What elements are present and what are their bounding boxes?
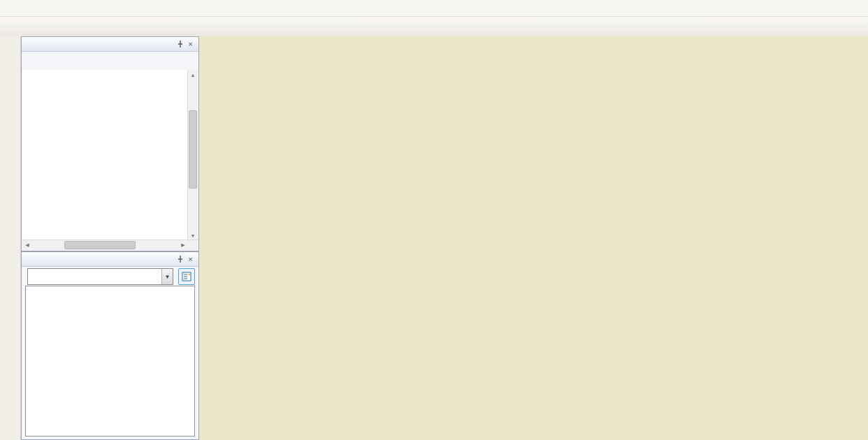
scroll-left-icon[interactable]: ◀ [22, 240, 32, 250]
pin-icon[interactable] [175, 39, 185, 50]
scroll-thumb[interactable] [189, 110, 197, 189]
panel-column: × ▲ ▼ ◀ ▶ × ▼ [21, 36, 199, 440]
na-combo-row: ▼ [22, 267, 198, 286]
map-viewport[interactable] [199, 36, 868, 440]
close-icon[interactable]: × [185, 39, 196, 50]
network-analyst-panel: × ▼ [21, 251, 199, 440]
toc-panel: × ▲ ▼ ◀ ▶ [21, 36, 199, 251]
arcmap-window: { "window": { "menu_items": ["File","Edi… [0, 0, 868, 440]
pin-icon[interactable] [175, 254, 185, 265]
toolbar [0, 17, 868, 36]
chevron-down-icon[interactable]: ▼ [161, 269, 173, 284]
analysis-properties-button[interactable] [178, 268, 195, 285]
analysis-mode-dropdown[interactable]: ▼ [27, 268, 173, 285]
toc-vertical-scrollbar[interactable]: ▲ ▼ [187, 70, 198, 240]
toc-toolbar [22, 52, 198, 71]
scroll-thumb[interactable] [64, 241, 136, 249]
basemap [199, 36, 868, 440]
na-panel-header: × [22, 252, 198, 267]
menu-bar [0, 0, 868, 17]
scroll-right-icon[interactable]: ▶ [178, 240, 188, 250]
na-tree [25, 286, 195, 437]
scroll-down-icon[interactable]: ▼ [188, 230, 198, 240]
tools-toolbar [0, 36, 21, 440]
main-area: × ▲ ▼ ◀ ▶ × ▼ [0, 36, 868, 440]
toc-tree [22, 70, 188, 240]
toc-horizontal-scrollbar[interactable]: ◀ ▶ [22, 240, 198, 250]
scroll-up-icon[interactable]: ▲ [188, 70, 198, 80]
toc-panel-header: × [22, 37, 198, 52]
close-icon[interactable]: × [185, 254, 196, 265]
